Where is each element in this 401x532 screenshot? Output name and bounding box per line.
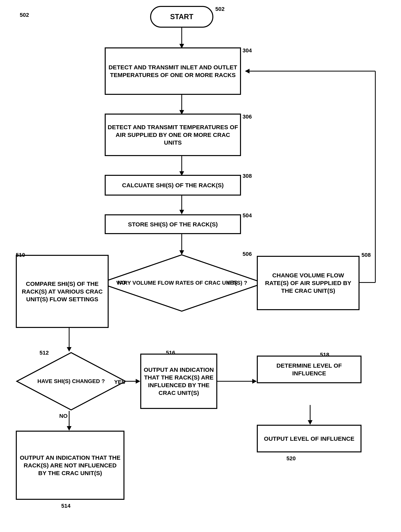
box-304-label: DETECT AND TRANSMIT INLET AND OUTLET TEM… bbox=[108, 63, 238, 79]
ref-510: 510 bbox=[16, 252, 25, 258]
ref-520: 520 bbox=[286, 455, 296, 462]
ref-514: 514 bbox=[61, 503, 70, 509]
box-520: OUTPUT LEVEL OF INFLUENCE bbox=[257, 425, 362, 452]
box-308: CALCUATE SHI(S) OF THE RACK(S) bbox=[105, 175, 241, 196]
svg-marker-7 bbox=[179, 210, 184, 214]
box-514-label: OUTPUT AN INDICATION THAT THE RACK(S) AR… bbox=[19, 454, 121, 477]
ref-512: 512 bbox=[39, 350, 49, 356]
yes-506-label: YES bbox=[226, 279, 237, 286]
box-508: CHANGE VOLUME FLOW RATE(S) OF AIR SUPPLI… bbox=[257, 256, 360, 310]
box-518: DETERMINE LEVEL OF INFLUENCE bbox=[257, 355, 362, 383]
ref-502: 502 bbox=[215, 6, 225, 12]
box-518-label: DETERMINE LEVEL OF INFLUENCE bbox=[260, 362, 358, 377]
box-306: DETECT AND TRANSMIT TEMPERATURES OF AIR … bbox=[105, 114, 241, 156]
svg-marker-17 bbox=[245, 69, 249, 74]
yes-512-label: YES bbox=[114, 379, 125, 385]
no-506-label: NO bbox=[118, 279, 126, 286]
box-306-label: DETECT AND TRANSMIT TEMPERATURES OF AIR … bbox=[108, 123, 238, 146]
box-508-label: CHANGE VOLUME FLOW RATE(S) OF AIR SUPPLI… bbox=[260, 272, 356, 295]
box-504: STORE SHI(S) OF THE RACK(S) bbox=[105, 214, 241, 234]
box-516: OUTPUT AN INDICATION THAT THE RACK(S) AR… bbox=[140, 354, 217, 409]
box-510: COMPARE SHI(S) OF THE RACK(S) AT VARIOUS… bbox=[16, 255, 109, 328]
start-node: START bbox=[150, 6, 213, 28]
diamond-512: HAVE SHI(S) CHANGED ? bbox=[16, 352, 127, 411]
box-514: OUTPUT AN INDICATION THAT THE RACK(S) AR… bbox=[16, 431, 124, 500]
box-504-label: STORE SHI(S) OF THE RACK(S) bbox=[128, 221, 218, 228]
ref-306: 306 bbox=[242, 114, 252, 120]
start-label: START bbox=[170, 13, 193, 21]
box-510-label: COMPARE SHI(S) OF THE RACK(S) AT VARIOUS… bbox=[19, 280, 106, 303]
ref-516: 516 bbox=[166, 350, 175, 356]
ref-518: 518 bbox=[320, 352, 329, 358]
svg-marker-27 bbox=[308, 420, 312, 425]
svg-marker-19 bbox=[67, 347, 71, 352]
ref-506: 506 bbox=[242, 251, 252, 257]
ref-508: 508 bbox=[362, 252, 371, 258]
no-512-label: NO bbox=[59, 413, 68, 419]
box-520-label: OUTPUT LEVEL OF INFLUENCE bbox=[264, 435, 354, 443]
box-516-label: OUTPUT AN INDICATION THAT THE RACK(S) AR… bbox=[143, 366, 214, 397]
box-304: DETECT AND TRANSMIT INLET AND OUTLET TEM… bbox=[105, 47, 241, 95]
ref-304: 304 bbox=[242, 47, 252, 54]
svg-marker-25 bbox=[252, 379, 257, 384]
flowchart: 502 START 502 DETECT AND TRANSMIT INLET … bbox=[0, 0, 401, 532]
svg-marker-21 bbox=[136, 379, 140, 384]
ref-500: 502 bbox=[20, 12, 29, 18]
ref-308: 308 bbox=[242, 173, 252, 179]
svg-marker-23 bbox=[67, 426, 71, 431]
box-308-label: CALCUATE SHI(S) OF THE RACK(S) bbox=[122, 181, 224, 189]
diamond-512-text: HAVE SHI(S) CHANGED ? bbox=[16, 352, 127, 411]
ref-504: 504 bbox=[242, 212, 252, 219]
